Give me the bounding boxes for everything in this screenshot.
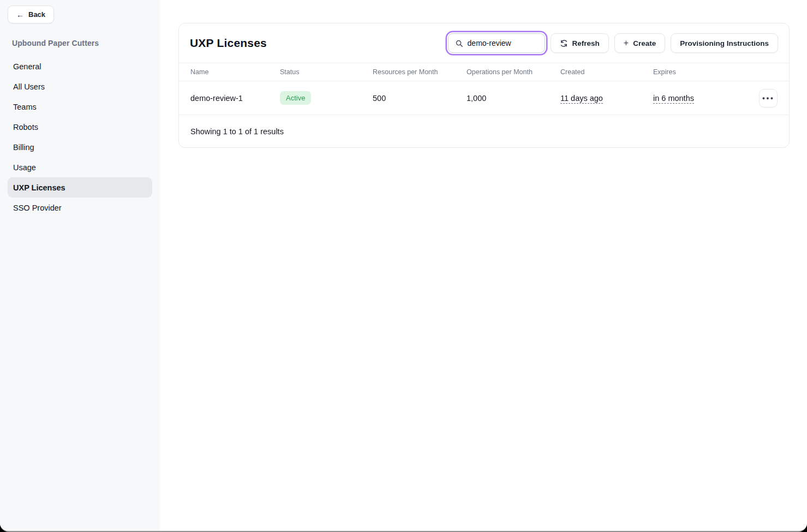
created-cell: 11 days ago [560, 94, 653, 103]
search-icon [455, 39, 463, 47]
sidebar-item-robots[interactable]: Robots [8, 117, 152, 137]
resources-cell: 500 [373, 94, 467, 103]
uxp-licenses-card: UXP Licenses [178, 23, 790, 148]
create-button[interactable]: + Create [614, 33, 665, 53]
create-button-label: Create [633, 39, 656, 47]
column-header-operations: Operations per Month [467, 68, 560, 76]
settings-sidebar: ← Back Upbound Paper Cutters General All… [0, 0, 160, 531]
back-arrow-icon: ← [16, 11, 24, 19]
sidebar-item-billing[interactable]: Billing [8, 137, 152, 157]
search-input[interactable] [468, 39, 538, 47]
sidebar-nav: General All Users Teams Robots Billing U… [8, 56, 152, 218]
license-name-cell: demo-review-1 [190, 94, 280, 103]
status-cell: Active [280, 91, 373, 105]
row-menu-button[interactable]: ●●● [759, 89, 778, 107]
plus-icon: + [624, 39, 629, 47]
expires-date-text[interactable]: in 6 months [653, 94, 694, 104]
results-summary: Showing 1 to 1 of 1 results [179, 115, 789, 147]
org-name-heading: Upbound Paper Cutters [12, 39, 148, 47]
page-title: UXP Licenses [190, 37, 267, 50]
sidebar-item-usage[interactable]: Usage [8, 157, 152, 177]
refresh-button-label: Refresh [572, 39, 600, 47]
provisioning-instructions-label: Provisioning Instructions [680, 39, 769, 47]
status-badge: Active [280, 91, 311, 105]
sidebar-item-sso-provider[interactable]: SSO Provider [8, 198, 152, 218]
header-controls: Refresh + Create Provisioning Instructio… [448, 33, 778, 53]
column-header-status: Status [280, 68, 373, 76]
created-date-text[interactable]: 11 days ago [560, 94, 603, 104]
refresh-icon [560, 39, 568, 47]
column-header-created: Created [560, 68, 653, 76]
main-content: UXP Licenses [160, 0, 807, 531]
sidebar-item-general[interactable]: General [8, 56, 152, 76]
expires-cell: in 6 months [653, 94, 754, 103]
card-header: UXP Licenses [179, 23, 789, 63]
sidebar-item-teams[interactable]: Teams [8, 97, 152, 117]
column-header-name: Name [190, 68, 280, 76]
refresh-button[interactable]: Refresh [551, 33, 609, 53]
table-row: demo-review-1 Active 500 1,000 11 days a… [179, 81, 789, 115]
search-box [448, 33, 545, 53]
sidebar-item-uxp-licenses[interactable]: UXP Licenses [8, 177, 152, 198]
column-header-resources: Resources per Month [373, 68, 467, 76]
operations-cell: 1,000 [467, 94, 560, 103]
column-header-expires: Expires [653, 68, 754, 76]
ellipsis-icon: ●●● [762, 95, 774, 101]
back-button-label: Back [28, 10, 45, 19]
provisioning-instructions-button[interactable]: Provisioning Instructions [671, 33, 778, 53]
row-actions: ●●● [754, 89, 778, 107]
app-window: ← Back Upbound Paper Cutters General All… [0, 0, 807, 532]
sidebar-item-all-users[interactable]: All Users [8, 76, 152, 97]
back-button[interactable]: ← Back [8, 5, 54, 23]
table-header-row: Name Status Resources per Month Operatio… [179, 63, 789, 81]
